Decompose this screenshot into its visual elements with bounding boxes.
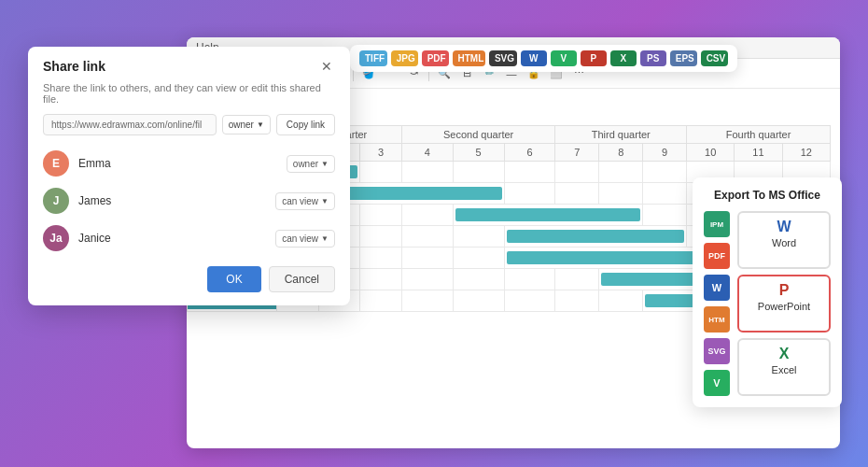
user-avatar-1: J <box>43 188 69 214</box>
role-dropdown-0[interactable]: owner ▼ <box>287 155 335 173</box>
gantt-cell-1-6 <box>504 183 555 205</box>
side-icon-pdf[interactable]: PDF <box>704 243 730 269</box>
dialog-footer: OK Cancel <box>28 257 350 305</box>
side-icon-ipm[interactable]: IPM <box>704 211 730 237</box>
owner-dropdown[interactable]: owner ▼ <box>222 115 271 134</box>
role-dropdown-1[interactable]: can view ▼ <box>275 192 335 210</box>
ok-button[interactable]: OK <box>207 266 260 292</box>
word-label: Word <box>772 237 796 248</box>
fmt-p[interactable]: P <box>581 50 607 66</box>
side-icon-html[interactable]: HTM <box>704 306 730 333</box>
month-6: 6 <box>504 144 555 162</box>
link-row: owner ▼ Copy link <box>28 114 350 145</box>
export-side-icons: IPM PDF W HTM SVG V <box>704 211 730 396</box>
fmt-pdf[interactable]: PDF <box>422 50 449 66</box>
copy-link-button[interactable]: Copy link <box>276 114 335 135</box>
side-icon-svg[interactable]: SVG <box>704 338 730 364</box>
month-10: 10 <box>687 144 735 162</box>
powerpoint-icon: P <box>779 282 790 299</box>
gantt-cell-0-6 <box>504 162 555 183</box>
gantt-cell-4-5 <box>453 248 504 269</box>
fmt-tiff[interactable]: TIFF <box>359 50 387 66</box>
gantt-cell-6-4 <box>401 290 453 312</box>
user-name-2: Janice <box>78 232 266 245</box>
month-7: 7 <box>555 144 599 162</box>
fmt-jpg[interactable]: JPG <box>391 50 418 66</box>
gantt-cell-0-5 <box>453 162 504 183</box>
format-bar: TIFF JPG PDF HTML SVG W V P X PS EPS CSV <box>350 45 737 72</box>
q4-header: Fourth quarter <box>687 126 831 144</box>
gantt-cell-5-7 <box>555 269 599 290</box>
gantt-cell-0-4 <box>401 162 453 183</box>
month-11: 11 <box>735 144 782 162</box>
user-row-1: J James can view ▼ <box>28 182 350 219</box>
user-row-0: E Emma owner ▼ <box>28 145 350 182</box>
gantt-cell-0-7 <box>555 162 599 183</box>
gantt-cell-0-8 <box>599 162 643 183</box>
fmt-word[interactable]: W <box>521 50 547 66</box>
gantt-bar-2 <box>455 208 641 221</box>
user-name-0: Emma <box>78 157 277 170</box>
dialog-title: Share link <box>43 59 105 74</box>
gantt-cell-5-5 <box>453 269 504 290</box>
fmt-x[interactable]: X <box>610 50 637 66</box>
export-word-button[interactable]: W Word <box>737 211 831 269</box>
gantt-cell-6-5 <box>453 290 504 312</box>
gantt-cell-1-7 <box>555 183 599 205</box>
fmt-v[interactable]: V <box>551 50 577 66</box>
share-link-input[interactable] <box>43 114 217 135</box>
gantt-cell-5-4 <box>401 269 453 290</box>
close-icon[interactable]: ✕ <box>318 58 335 75</box>
word-icon: W <box>777 219 791 235</box>
role-dropdown-2[interactable]: can view ▼ <box>275 230 335 248</box>
month-4: 4 <box>401 144 453 162</box>
gantt-cell-6-3 <box>360 290 401 312</box>
gantt-cell-2-4 <box>401 205 453 226</box>
dropdown-chevron-icon: ▼ <box>257 120 264 129</box>
gantt-cell-5-3 <box>360 269 401 290</box>
month-12: 12 <box>782 144 830 162</box>
share-dialog: Share link ✕ Share the link to others, a… <box>28 47 350 305</box>
export-title: Export To MS Office <box>704 189 831 202</box>
fmt-svg[interactable]: SVG <box>489 50 517 66</box>
gantt-cell-4-4 <box>401 248 453 269</box>
role-label-0: owner <box>293 159 318 169</box>
fmt-ps[interactable]: PS <box>640 50 666 66</box>
q3-header: Third quarter <box>555 126 687 144</box>
export-panel: Export To MS Office IPM PDF W HTM SVG V … <box>693 177 842 407</box>
role-label-2: can view <box>282 234 318 244</box>
role-label-1: can view <box>282 196 318 206</box>
user-avatar-2: Ja <box>43 225 69 251</box>
month-9: 9 <box>643 144 687 162</box>
gantt-cell-6-6 <box>504 290 555 312</box>
side-icon-v[interactable]: V <box>704 370 730 396</box>
gantt-cell-6-7 <box>555 290 599 312</box>
excel-label: Excel <box>772 364 797 375</box>
gantt-bar-3 <box>507 230 685 243</box>
gantt-cell-2-9 <box>643 205 687 226</box>
gantt-cell-0-9 <box>643 162 687 183</box>
gantt-cell-3-6 <box>504 226 687 248</box>
fmt-csv[interactable]: CSV <box>701 50 728 66</box>
owner-label: owner <box>229 120 254 130</box>
fmt-html[interactable]: HTML <box>453 50 485 66</box>
user-row-2: Ja Janice can view ▼ <box>28 219 350 257</box>
dialog-header: Share link ✕ <box>28 47 350 82</box>
gantt-cell-1-9 <box>643 183 687 205</box>
export-content: IPM PDF W HTM SVG V W Word P PowerPoint … <box>704 211 831 396</box>
gantt-cell-1-8 <box>599 183 643 205</box>
side-icon-w[interactable]: W <box>704 275 730 301</box>
gantt-cell-5-6 <box>504 269 555 290</box>
gantt-cell-3-5 <box>453 226 504 248</box>
fmt-eps[interactable]: EPS <box>670 50 697 66</box>
excel-icon: X <box>779 346 790 362</box>
gantt-cell-2-3 <box>360 205 401 226</box>
cancel-button[interactable]: Cancel <box>269 266 335 292</box>
gantt-cell-4-3 <box>360 248 401 269</box>
user-avatar-0: E <box>43 150 69 177</box>
month-3: 3 <box>360 144 401 162</box>
export-powerpoint-button[interactable]: P PowerPoint <box>737 275 831 333</box>
export-excel-button[interactable]: X Excel <box>737 338 831 396</box>
user-name-1: James <box>78 194 266 207</box>
role-chevron-icon-2: ▼ <box>321 234 329 243</box>
